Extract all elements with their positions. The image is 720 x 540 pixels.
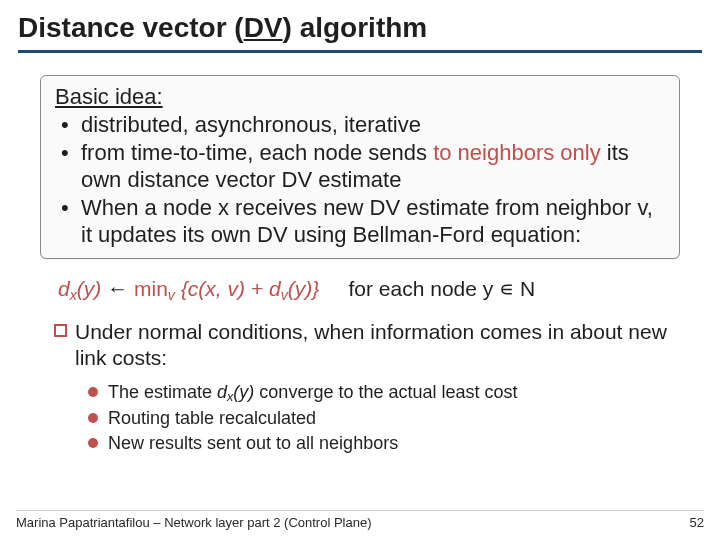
eq-min: min (134, 277, 168, 300)
inner-text: New results sent out to all neighbors (108, 432, 398, 455)
circle-bullet-icon (88, 387, 98, 397)
slide: Distance vector (DV) algorithm Basic ide… (0, 0, 720, 540)
eq-set: N (514, 277, 535, 300)
eq-dv-arg: (y) (288, 277, 313, 300)
footer-left: Marina Papatriantafilou – Network layer … (16, 515, 372, 530)
inner-list: The estimate dx(y) converge to the actua… (88, 381, 682, 455)
bullet-accent: to neighbors only (433, 140, 607, 165)
bellman-ford-equation: dx(y) ← minv {c(x, v) + dv(y)} for each … (58, 277, 676, 301)
page-number: 52 (690, 515, 704, 530)
list-item: distributed, asynchronous, iterative (55, 112, 665, 138)
eq-lhs-var: d (58, 277, 70, 300)
eq-for: for each node y (348, 277, 499, 300)
bullet-text: distributed, asynchronous, iterative (81, 112, 421, 137)
outer-text: Under normal conditions, when informatio… (75, 319, 682, 372)
eq-open: { (181, 277, 188, 300)
list-item: When a node x receives new DV estimate f… (55, 195, 665, 248)
eq-isin: ∊ (499, 277, 514, 300)
inner-arg: (y) (233, 382, 254, 402)
eq-min-sub: v (168, 287, 175, 303)
footer: Marina Papatriantafilou – Network layer … (16, 510, 704, 530)
outer-item: Under normal conditions, when informatio… (54, 319, 682, 372)
list-item: Routing table recalculated (88, 407, 682, 430)
eq-lhs-arg: (y) (77, 277, 102, 300)
circle-bullet-icon (88, 438, 98, 448)
inner-post: converge to the actual least cost (254, 382, 517, 402)
bullet-text: from time-to-time, each node sends (81, 140, 433, 165)
title-dv: DV (244, 12, 283, 43)
bullet-text: When a node x receives new DV estimate f… (81, 195, 653, 246)
square-bullet-icon (54, 324, 67, 337)
eq-dv-sub: v (281, 287, 288, 303)
eq-arrow: ← (107, 277, 128, 300)
inner-text: The estimate dx(y) converge to the actua… (108, 381, 518, 404)
inner-var: d (217, 382, 227, 402)
outer-block: Under normal conditions, when informatio… (54, 319, 682, 456)
basic-idea-list: distributed, asynchronous, iterative fro… (55, 112, 665, 248)
title-post: ) algorithm (283, 12, 428, 43)
eq-close: } (312, 277, 319, 300)
circle-bullet-icon (88, 413, 98, 423)
eq-dv-var: d (269, 277, 281, 300)
page-title: Distance vector (DV) algorithm (18, 10, 702, 53)
inner-text: Routing table recalculated (108, 407, 316, 430)
basic-idea-box: Basic idea: distributed, asynchronous, i… (40, 75, 680, 259)
list-item: The estimate dx(y) converge to the actua… (88, 381, 682, 404)
list-item: from time-to-time, each node sends to ne… (55, 140, 665, 193)
inner-sub: x (227, 390, 233, 404)
basic-idea-heading: Basic idea: (55, 84, 665, 110)
eq-c: c(x, v) + (188, 277, 269, 300)
title-pre: Distance vector ( (18, 12, 244, 43)
eq-lhs-sub: x (70, 287, 77, 303)
list-item: New results sent out to all neighbors (88, 432, 682, 455)
inner-pre: The estimate (108, 382, 217, 402)
